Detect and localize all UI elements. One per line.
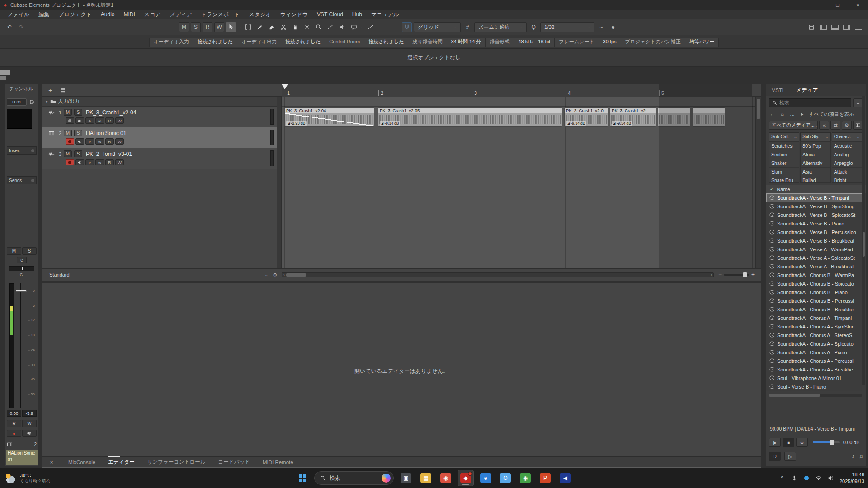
folder-caret-icon[interactable]: ▾ [46,99,48,104]
track-solo-button[interactable]: S [74,130,82,136]
read-automation-button[interactable]: R [105,159,114,165]
preset-dropdown-icon[interactable]: ⌄ [265,272,269,277]
scroll-right-icon[interactable]: › [711,272,712,277]
weather-widget[interactable]: 30°C くもり時々晴れ [5,468,50,488]
notes-icon[interactable]: ♫ [859,453,863,460]
start-button[interactable] [295,470,310,486]
menu-item[interactable]: プロジェクト [54,11,96,19]
shuffle-icon[interactable]: ⇄ [830,121,840,130]
media-list-item[interactable]: SoundtrackA - Verse A - Breakbeat [766,262,862,271]
media-list-item[interactable]: SoundtrackA - Chorus A - Percussi [766,357,862,365]
grid-type-select[interactable]: ズームに適応⌄ [474,22,527,32]
taskbar-app[interactable]: ◉ [517,470,533,486]
channel-solo-button[interactable]: S [22,247,37,255]
track-row[interactable]: 3 M S PK_2_Tom3_v3-01 e ∞ R W [42,148,277,169]
status-item[interactable]: フレームレート 30 fps [555,38,621,47]
link-icon[interactable]: ∞ [95,159,104,165]
split-tool[interactable] [278,22,288,32]
data-mode-button[interactable]: D [769,452,781,461]
global-automation-state-button[interactable]: W [214,22,224,32]
link-icon[interactable]: ∞ [95,117,104,124]
track-solo-button[interactable]: S [74,150,82,157]
channel-track-name[interactable]: HALion Sonic 01 [6,450,38,465]
link-icon[interactable]: ∞ [95,138,104,145]
audio-event[interactable]: PK_3_Crash1_v2-0 -9.34 dB [564,107,608,127]
timeline-ruler[interactable]: 12345 [282,84,752,97]
sends-rack[interactable]: Sends [7,176,37,184]
close-button[interactable]: × [848,0,868,10]
view-options-button[interactable]: ≡ [853,98,863,107]
volume-value[interactable]: 0.00 [7,410,21,417]
comment-dropdown-icon[interactable]: ⌄ [361,25,364,29]
results-header[interactable]: ✓ Name [766,185,866,193]
taskbar-search[interactable]: 検索 [314,471,394,485]
filter-item[interactable]: Acoustic [832,142,862,150]
menu-item[interactable]: 編集 [34,11,54,19]
menu-item[interactable]: Hub [348,11,367,18]
tool-dropdown-icon[interactable]: ⌄ [238,25,241,29]
audio-event[interactable]: PK_3_Crash1_v2-04 -2.93 dB [284,107,374,127]
track-solo-button[interactable]: S [74,109,82,116]
setup-gear-icon[interactable]: ⚙ [842,121,852,130]
scrollbar-thumb[interactable] [769,394,820,397]
home-button[interactable]: ⌂ [779,111,786,117]
glue-tool[interactable] [290,22,300,32]
play-outline-button[interactable]: ▷ [784,452,796,461]
volume-thumb[interactable] [830,440,834,445]
taskbar-app[interactable]: ◉ [438,470,454,486]
setup-toolbar-icon[interactable] [807,22,816,32]
zoom-slider-thumb[interactable] [743,272,747,277]
edit-channel-button[interactable]: e [85,138,94,145]
write-automation-button[interactable]: W [115,159,124,165]
media-list-item[interactable]: SoundtrackA - Verse A - WarmPad [766,245,862,253]
status-item[interactable]: 録音形式 48 kHz - 16 bit [486,38,555,47]
mute-tool[interactable] [302,22,312,32]
tray-expand-icon[interactable]: ^ [778,475,786,481]
track-row[interactable]: 1 M S PK_3_Crash1_v2-04 e ∞ R W [42,107,277,127]
status-item[interactable]: プロジェクトのパン補正 均等パワー [621,38,719,47]
io-folder-track[interactable]: ▾ 入力/出力 [42,97,277,107]
media-list-item[interactable]: SoundtrackA - Chorus B - Spiccato [766,279,862,288]
note-icon[interactable]: ♪ [852,453,854,460]
media-list-item[interactable]: SoundtrackA - Verse B - Piano [766,219,862,228]
draw-tool[interactable] [255,22,265,32]
filter-item[interactable]: Ballad [801,176,830,183]
taskbar-app[interactable]: ◀ [557,470,573,486]
volume-icon[interactable] [827,475,835,481]
media-list-item[interactable]: SoundtrackA - Chorus A - StereoS [766,331,862,339]
taskbar-app[interactable]: P [537,470,553,486]
read-automation-button[interactable]: R [7,420,21,427]
column-header-subcategory[interactable]: Sub Cat.⌄ [769,132,799,141]
lower-zone-tab[interactable]: MIDI Remote [263,460,293,465]
swing-icon[interactable]: ~ [596,22,606,32]
play-tool[interactable] [337,22,347,32]
minimize-button[interactable]: ─ [807,0,827,10]
media-type-select[interactable]: すべてのメディア...⌄ [769,121,818,130]
track-mute-button[interactable]: M [64,150,72,157]
filter-item[interactable]: Attack [832,168,862,176]
maximize-button[interactable]: □ [827,0,848,10]
toggle-lower-zone-button[interactable] [830,22,840,32]
copilot-icon[interactable] [382,474,391,483]
fader-track[interactable] [20,283,21,408]
menu-item[interactable]: Audio [96,11,119,18]
close-lower-zone-button[interactable]: × [47,460,56,465]
taskbar-app[interactable]: ◆ [458,470,474,486]
filter-item[interactable]: Section [769,150,799,159]
track-setup-gear-icon[interactable]: ⚙ [273,272,277,278]
global-automation-state-button[interactable]: R [203,22,212,32]
track-row[interactable]: 2 M S HALion Sonic 01 e ∞ R W [42,127,277,148]
rating-filter-icon[interactable]: « [819,121,829,130]
mic-icon[interactable] [791,475,798,481]
filter-item[interactable]: Analog [832,150,862,159]
vertical-scrollbar[interactable] [755,97,761,268]
zoom-in-button[interactable]: + [751,272,755,278]
filter-item[interactable]: Bright [832,176,862,183]
preview-volume-slider[interactable] [813,441,840,443]
filter-item[interactable]: Slam [769,168,799,176]
menu-item[interactable]: ウィンドウ [276,11,312,19]
bypass-icon[interactable] [31,179,34,182]
track-visibility-button[interactable] [58,86,67,95]
wifi-icon[interactable] [815,475,822,481]
write-automation-button[interactable]: W [22,420,37,427]
